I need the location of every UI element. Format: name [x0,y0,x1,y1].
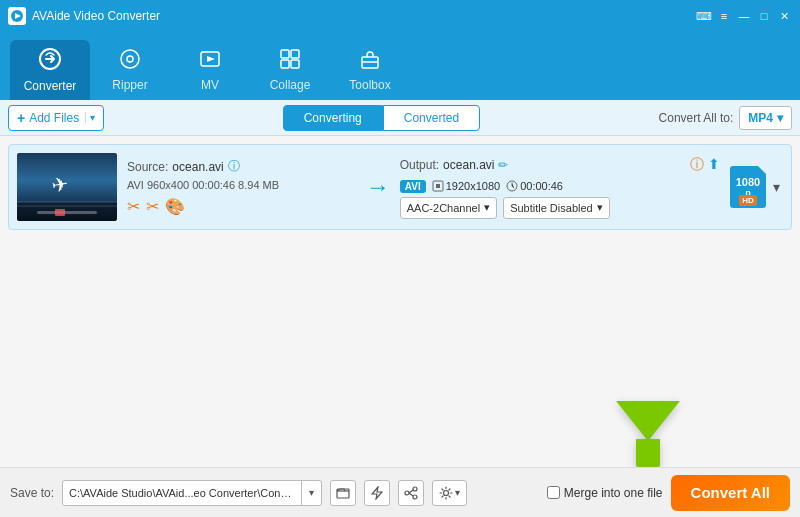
collage-icon [279,48,301,74]
add-files-label: Add Files [29,111,79,125]
svg-point-17 [405,491,409,495]
lightning-btn[interactable] [364,480,390,506]
app-logo [8,7,26,25]
subtitle-dropdown[interactable]: Subtitle Disabled ▾ [503,197,610,219]
menu-btn[interactable]: ≡ [716,8,732,24]
palette-icon[interactable]: 🎨 [165,197,185,216]
output-name-row: Output: ocean.avi ✏ ⓘ ⬆ [400,156,720,174]
output-meta-row: AVI 1920x1080 00:00:46 [400,180,720,193]
merge-checkbox[interactable] [547,486,560,499]
share-btn[interactable] [398,480,424,506]
save-to-label: Save to: [10,486,54,500]
app-title: AVAide Video Converter [32,9,696,23]
svg-rect-6 [281,50,289,58]
keyboard-btn[interactable]: ⌨ [696,8,712,24]
cut-icon[interactable]: ✂ [127,197,140,216]
output-dropdowns: AAC-2Channel ▾ Subtitle Disabled ▾ [400,197,720,219]
file-output: Output: ocean.avi ✏ ⓘ ⬆ AVI 1920x1080 00… [400,156,720,219]
svg-point-16 [413,495,417,499]
output-resolution: 1920x1080 [432,180,500,192]
output-duration-value: 00:00:46 [520,180,563,192]
folder-browse-btn[interactable] [330,480,356,506]
mv-icon [199,48,221,74]
format-thumb-1080: 1080 [736,176,760,188]
merge-label[interactable]: Merge into one file [564,486,663,500]
save-path-text: C:\AVAide Studio\AVAid...eo Converter\Co… [63,487,301,499]
svg-line-18 [409,490,413,493]
audio-dropdown-arrow: ▾ [484,201,490,214]
svg-point-3 [121,50,139,68]
toolbox-icon [359,48,381,74]
save-path-input[interactable]: C:\AVAide Studio\AVAid...eo Converter\Co… [62,480,322,506]
convert-all-to-label: Convert All to: [659,111,734,125]
nav-bar: Converter Ripper MV Collag [0,32,800,100]
ripper-icon [119,48,141,74]
maximize-btn[interactable]: □ [756,8,772,24]
tab-converting[interactable]: Converting [283,105,383,131]
thumbnail-bird-icon: ✈ [50,172,71,199]
source-label: Source: [127,160,168,174]
output-upload-icon[interactable]: ⬆ [708,156,720,174]
convert-all-button[interactable]: Convert All [671,475,790,511]
nav-tab-converter[interactable]: Converter [10,40,90,100]
output-duration: 00:00:46 [506,180,563,192]
nav-tab-collage[interactable]: Collage [250,40,330,100]
minimize-btn[interactable]: — [736,8,752,24]
subtitle-dropdown-value: Subtitle Disabled [510,202,593,214]
convert-all-to-row: Convert All to: MP4 ▾ [659,106,792,130]
settings-dropdown-arrow: ▾ [455,487,460,498]
file-item: ✈ Source: ocean.avi ⓘ AVI 960x400 00:00:… [8,144,792,230]
output-info-icon[interactable]: ⓘ [690,156,704,174]
file-meta: AVI 960x400 00:00:46 8.94 MB [127,179,356,191]
format-thumb-more[interactable]: ▾ [769,179,783,195]
output-format-badge: AVI [400,180,426,193]
svg-rect-9 [291,60,299,68]
output-edit-icon[interactable]: ✏ [498,158,508,172]
format-thumb[interactable]: 1080 p HD [730,166,766,208]
output-name: ocean.avi [443,158,494,172]
audio-dropdown[interactable]: AAC-2Channel ▾ [400,197,497,219]
file-info-left: Source: ocean.avi ⓘ AVI 960x400 00:00:46… [127,158,356,216]
toolbar: + Add Files ▾ Converting Converted Conve… [0,100,800,136]
tab-converted[interactable]: Converted [383,105,480,131]
bottom-bar: Save to: C:\AVAide Studio\AVAid...eo Con… [0,467,800,517]
subtitle-dropdown-arrow: ▾ [597,201,603,214]
svg-rect-8 [281,60,289,68]
window-controls: ⌨ ≡ — □ ✕ [696,8,792,24]
svg-line-19 [409,493,413,496]
nav-tab-collage-label: Collage [270,78,311,92]
format-thumb-sub: HD [739,195,757,206]
converter-icon [38,47,62,75]
nav-tab-mv-label: MV [201,78,219,92]
green-arrow-container [616,401,680,467]
source-name: ocean.avi [172,160,223,174]
green-arrow-head [616,401,680,441]
scissors-icon[interactable]: ✂ [146,197,159,216]
add-files-dropdown-icon[interactable]: ▾ [85,112,95,123]
main-content: ✈ Source: ocean.avi ⓘ AVI 960x400 00:00:… [0,136,800,467]
nav-tab-converter-label: Converter [24,79,77,93]
nav-tab-ripper[interactable]: Ripper [90,40,170,100]
save-path-dropdown[interactable]: ▾ [301,481,321,505]
green-arrow-stem [636,439,660,467]
output-resolution-value: 1920x1080 [446,180,500,192]
settings-btn[interactable]: ▾ [432,480,467,506]
output-actions-right: ⓘ ⬆ [690,156,720,174]
add-files-plus-icon: + [17,110,25,126]
source-info-icon[interactable]: ⓘ [228,158,240,175]
output-label: Output: [400,158,439,172]
format-thumb-corner [758,166,766,174]
svg-point-4 [127,56,133,62]
source-row: Source: ocean.avi ⓘ [127,158,356,175]
file-thumbnail: ✈ [17,153,117,221]
format-select-value: MP4 [748,111,773,125]
svg-point-15 [413,487,417,491]
format-select-button[interactable]: MP4 ▾ [739,106,792,130]
nav-tab-toolbox[interactable]: Toolbox [330,40,410,100]
file-actions: ✂ ✂ 🎨 [127,197,356,216]
nav-tab-mv[interactable]: MV [170,40,250,100]
format-thumb-area: 1080 p HD ▾ [730,166,783,208]
format-select-chevron: ▾ [777,111,783,125]
close-btn[interactable]: ✕ [776,8,792,24]
add-files-button[interactable]: + Add Files ▾ [8,105,104,131]
